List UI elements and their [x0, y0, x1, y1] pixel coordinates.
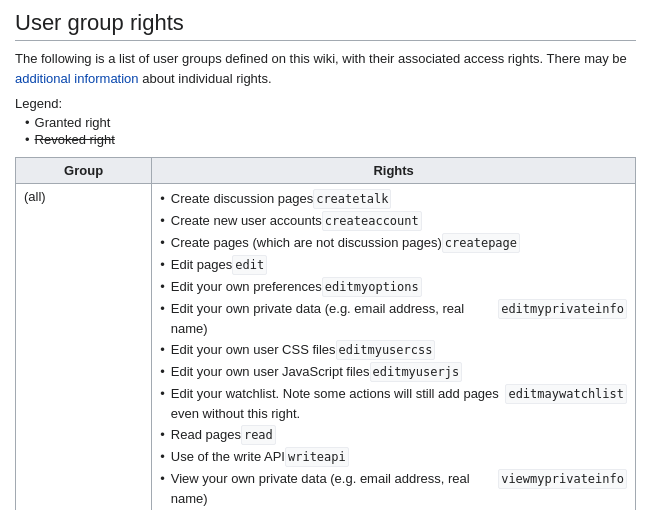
right-description: Edit your own preferences — [171, 277, 322, 297]
list-item: Use of the write API writeapi — [160, 447, 627, 467]
right-description: Edit your watchlist. Note some actions w… — [171, 384, 506, 423]
legend-item-granted: Granted right — [25, 115, 636, 130]
right-description: Create new user accounts — [171, 211, 322, 231]
legend-item-revoked: Revoked right — [25, 132, 636, 147]
page-title: User group rights — [15, 10, 636, 41]
right-code: editmyprivateinfo — [498, 299, 627, 319]
list-item: Edit your own private data (e.g. email a… — [160, 299, 627, 338]
legend-granted-text: Granted right — [35, 115, 111, 130]
rights-table: Group Rights (all)Create discussion page… — [15, 157, 636, 510]
right-description: Create discussion pages — [171, 189, 313, 209]
right-description: Edit your own private data (e.g. email a… — [171, 299, 498, 338]
table-header-row: Group Rights — [16, 158, 636, 184]
rights-list: Create discussion pages createtalkCreate… — [160, 189, 627, 510]
right-code: viewmyprivateinfo — [498, 469, 627, 489]
list-item: Edit your own preferences editmyoptions — [160, 277, 627, 297]
list-item: Edit pages edit — [160, 255, 627, 275]
list-item: Read pages read — [160, 425, 627, 445]
list-item: Create pages (which are not discussion p… — [160, 233, 627, 253]
right-description: Edit your own user CSS files — [171, 340, 336, 360]
list-item: Create new user accounts createaccount — [160, 211, 627, 231]
list-item: View your own private data (e.g. email a… — [160, 469, 627, 508]
list-item: Edit your watchlist. Note some actions w… — [160, 384, 627, 423]
right-code: createaccount — [322, 211, 422, 231]
group-cell: (all) — [16, 184, 152, 511]
legend-list: Granted right Revoked right — [15, 115, 636, 147]
right-description: Create pages (which are not discussion p… — [171, 233, 442, 253]
legend-revoked-text: Revoked right — [35, 132, 115, 147]
list-item: Create discussion pages createtalk — [160, 189, 627, 209]
right-code: editmaywatchlist — [505, 384, 627, 404]
right-code: editmyusercss — [336, 340, 436, 360]
intro-text: The following is a list of user groups d… — [15, 49, 636, 88]
right-code: createtalk — [313, 189, 391, 209]
group-name: (all) — [24, 189, 46, 204]
list-item: Edit your own user JavaScript files edit… — [160, 362, 627, 382]
table-row: (all)Create discussion pages createtalkC… — [16, 184, 636, 511]
right-code: writeapi — [285, 447, 349, 467]
right-description: Use of the write API — [171, 447, 285, 467]
legend-title: Legend: — [15, 96, 636, 111]
list-item: Edit your own user CSS files editmyuserc… — [160, 340, 627, 360]
additional-info-link[interactable]: additional information — [15, 71, 139, 86]
right-description: Edit pages — [171, 255, 232, 275]
right-code: edit — [232, 255, 267, 275]
right-code: read — [241, 425, 276, 445]
right-description: View your own private data (e.g. email a… — [171, 469, 498, 508]
right-description: Read pages — [171, 425, 241, 445]
rights-cell: Create discussion pages createtalkCreate… — [152, 184, 636, 511]
right-code: editmyoptions — [322, 277, 422, 297]
right-code: editmyuserjs — [370, 362, 463, 382]
right-description: Edit your own user JavaScript files — [171, 362, 370, 382]
legend: Legend: Granted right Revoked right — [15, 96, 636, 147]
right-code: createpage — [442, 233, 520, 253]
column-header-rights: Rights — [152, 158, 636, 184]
column-header-group: Group — [16, 158, 152, 184]
